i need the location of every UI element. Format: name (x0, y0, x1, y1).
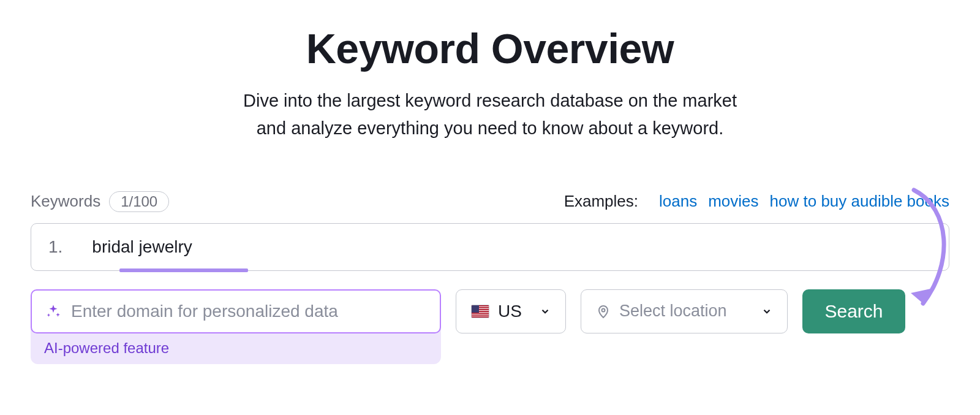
keyword-input[interactable]: 1. bridal jewelry (31, 223, 949, 271)
keywords-count-pill: 1/100 (109, 191, 169, 212)
example-link-movies[interactable]: movies (708, 192, 758, 211)
sparkle-icon (45, 303, 61, 319)
keyword-number: 1. (48, 237, 62, 257)
subtitle-line-2: and analyze everything you need to know … (257, 118, 724, 138)
domain-placeholder: Enter domain for personalized data (71, 302, 338, 321)
us-flag-icon (471, 305, 489, 318)
keywords-label-group: Keywords 1/100 (31, 191, 169, 212)
location-select[interactable]: Select location (581, 289, 788, 333)
domain-input[interactable]: Enter domain for personalized data (31, 289, 441, 333)
keywords-label: Keywords (31, 192, 100, 211)
examples-row: Examples: loans movies how to buy audibl… (564, 192, 949, 211)
location-pin-icon (596, 304, 611, 319)
chevron-down-icon (540, 306, 551, 317)
domain-input-container: Enter domain for personalized data AI-po… (31, 289, 441, 364)
highlight-annotation (119, 268, 248, 272)
chevron-down-icon (761, 306, 772, 317)
country-select[interactable]: US (456, 289, 566, 333)
page-subtitle: Dive into the largest keyword research d… (31, 87, 949, 142)
example-link-audible[interactable]: how to buy audible books (770, 192, 949, 211)
keyword-input-value: bridal jewelry (92, 237, 192, 257)
example-link-loans[interactable]: loans (659, 192, 697, 211)
ai-feature-label: AI-powered feature (31, 333, 441, 357)
location-placeholder: Select location (619, 302, 727, 321)
search-button[interactable]: Search (802, 289, 905, 333)
subtitle-line-1: Dive into the largest keyword research d… (243, 91, 737, 110)
examples-label: Examples: (564, 192, 638, 211)
page-title: Keyword Overview (31, 25, 949, 72)
svg-point-0 (602, 308, 605, 311)
country-code: US (498, 302, 522, 321)
